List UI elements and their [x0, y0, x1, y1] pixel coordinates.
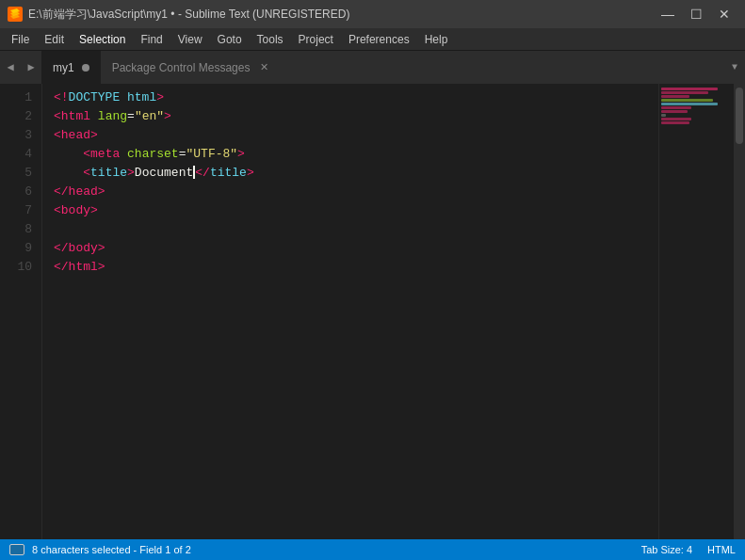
code-line-7: <body>	[54, 200, 658, 219]
mini-line-9	[661, 118, 691, 120]
line-num-2: 2	[0, 106, 41, 125]
code-line-5: <title>Document</title>	[54, 163, 658, 182]
menu-goto[interactable]: Goto	[210, 29, 250, 50]
line-num-3: 3	[0, 125, 41, 144]
menu-preferences[interactable]: Preferences	[341, 29, 417, 50]
menu-selection[interactable]: Selection	[72, 29, 133, 50]
tab-my1-modified-dot	[82, 64, 89, 72]
title-bar-left: E:\前端学习\JavaScript\my1 • - Sublime Text …	[8, 7, 349, 23]
mini-line-4	[661, 99, 713, 102]
menu-edit[interactable]: Edit	[37, 29, 72, 50]
minimap-content	[659, 84, 734, 129]
main-content: 1 2 3 4 5 6 7 8 9 10 <!DOCTYPE html> <ht…	[0, 84, 745, 539]
line-num-5: 5	[0, 163, 41, 182]
mini-line-5	[661, 103, 718, 105]
title-text: E:\前端学习\JavaScript\my1 • - Sublime Text …	[28, 7, 349, 23]
tab-size[interactable]: Tab Size: 4	[641, 544, 692, 555]
mini-line-10	[661, 121, 689, 124]
tab-bar: ◀ ▶ my1 Package Control Messages ✕ ▼	[0, 51, 745, 84]
status-bar: 8 characters selected - Field 1 of 2 Tab…	[0, 539, 745, 560]
minimize-button[interactable]: —	[655, 4, 681, 24]
line-numbers: 1 2 3 4 5 6 7 8 9 10	[0, 84, 42, 539]
mini-line-2	[661, 91, 708, 94]
line-num-10: 10	[0, 257, 41, 276]
menu-find[interactable]: Find	[133, 29, 170, 50]
minimap[interactable]	[658, 84, 734, 539]
title-bar-controls: — ☐ ✕	[655, 4, 737, 24]
menu-tools[interactable]: Tools	[250, 29, 291, 50]
tab-package-control[interactable]: Package Control Messages ✕	[101, 51, 283, 84]
app-icon	[8, 7, 23, 22]
vertical-scrollbar[interactable]	[734, 84, 745, 539]
line-num-4: 4	[0, 144, 41, 163]
code-line-10: </html>	[54, 257, 658, 276]
menu-file[interactable]: File	[4, 29, 37, 50]
selection-info: 8 characters selected - Field 1 of 2	[32, 544, 191, 555]
mini-line-7	[661, 110, 688, 113]
mini-line-6	[661, 106, 691, 109]
line-num-6: 6	[0, 182, 41, 200]
code-line-6: </head>	[54, 182, 658, 200]
code-line-3: <head>	[54, 125, 658, 144]
tab-dropdown-button[interactable]: ▼	[724, 51, 745, 84]
line-num-7: 7	[0, 200, 41, 219]
code-editor[interactable]: <!DOCTYPE html> <html lang="en"> <head> …	[42, 84, 658, 539]
menu-bar: File Edit Selection Find View Goto Tools…	[0, 28, 745, 51]
menu-project[interactable]: Project	[291, 29, 341, 50]
tab-scroll-left-button[interactable]: ◀	[0, 51, 21, 84]
maximize-button[interactable]: ☐	[683, 4, 709, 24]
mini-line-3	[661, 95, 689, 98]
title-bar: E:\前端学习\JavaScript\my1 • - Sublime Text …	[0, 0, 745, 28]
line-num-8: 8	[0, 219, 41, 238]
tab-my1[interactable]: my1	[41, 51, 101, 84]
code-line-4: <meta charset="UTF-8">	[54, 144, 658, 163]
tab-scroll-right-button[interactable]: ▶	[21, 51, 41, 84]
code-line-2: <html lang="en">	[54, 106, 658, 125]
code-line-8	[54, 219, 658, 238]
status-right: Tab Size: 4 HTML	[641, 544, 736, 555]
menu-help[interactable]: Help	[417, 29, 456, 50]
mini-line-1	[661, 88, 718, 90]
code-line-9: </body>	[54, 238, 658, 257]
close-button[interactable]: ✕	[711, 4, 737, 24]
line-num-9: 9	[0, 238, 41, 257]
tab-package-control-close-button[interactable]: ✕	[257, 61, 270, 74]
code-line-1: <!DOCTYPE html>	[54, 88, 658, 106]
tab-package-control-label: Package Control Messages	[112, 61, 251, 74]
tab-my1-label: my1	[53, 61, 74, 74]
menu-view[interactable]: View	[170, 29, 210, 50]
status-left: 8 characters selected - Field 1 of 2	[9, 544, 191, 555]
mini-line-8	[661, 114, 666, 117]
scrollbar-thumb[interactable]	[736, 88, 743, 144]
line-num-1: 1	[0, 88, 41, 106]
status-icon	[9, 544, 24, 555]
syntax-label[interactable]: HTML	[707, 544, 736, 555]
